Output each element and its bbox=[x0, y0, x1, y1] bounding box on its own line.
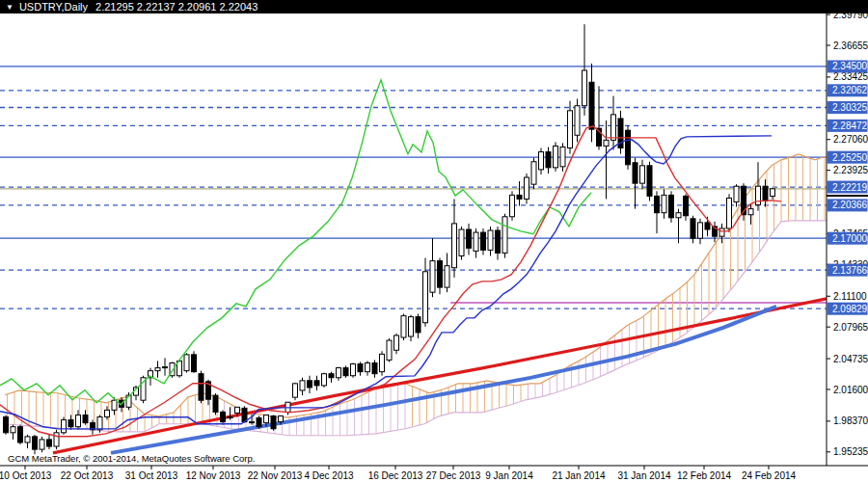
date-tick-label: 12 Nov 2013 bbox=[186, 470, 241, 481]
candle bbox=[452, 199, 457, 277]
candle bbox=[662, 189, 666, 219]
candle bbox=[372, 360, 377, 377]
candle bbox=[655, 191, 660, 233]
candle bbox=[430, 238, 435, 297]
candle bbox=[502, 214, 507, 258]
candle bbox=[192, 351, 197, 372]
date-tick-label: 24 Feb 2014 bbox=[742, 470, 797, 481]
candle bbox=[257, 415, 261, 428]
candle bbox=[517, 181, 522, 205]
candle bbox=[611, 96, 616, 150]
candle bbox=[314, 376, 319, 390]
plot-area: GCM MetaTrader, © 2001-2014, MetaQuotes … bbox=[0, 24, 827, 464]
date-tick-label: 22 Oct 2013 bbox=[61, 470, 114, 481]
candle bbox=[539, 147, 544, 174]
candle bbox=[618, 111, 623, 154]
candle bbox=[62, 417, 67, 435]
price-tick-label: 2.07965 bbox=[833, 322, 868, 333]
date-tick-label: 9 Jan 2014 bbox=[485, 470, 533, 481]
candle bbox=[633, 158, 637, 209]
price-level-label: 2.34500 bbox=[832, 61, 868, 71]
candle bbox=[97, 415, 102, 432]
candle bbox=[575, 99, 580, 143]
candle bbox=[727, 194, 732, 232]
date-tick-label: 12 Feb 2014 bbox=[677, 470, 732, 481]
candle bbox=[4, 415, 9, 434]
candle bbox=[25, 435, 30, 448]
candle bbox=[366, 361, 370, 375]
price-tick-label: 2.23925 bbox=[833, 165, 868, 175]
price-tick-label: 2.27060 bbox=[833, 134, 868, 145]
candle bbox=[467, 224, 472, 255]
candle bbox=[546, 147, 551, 173]
price-level-label: 2.30325 bbox=[832, 102, 868, 113]
candle bbox=[184, 353, 189, 372]
date-tick-label: 10 Oct 2013 bbox=[0, 470, 52, 481]
candle bbox=[199, 371, 203, 404]
candle bbox=[525, 174, 529, 204]
candle bbox=[698, 219, 703, 244]
date-tick-label: 22 Nov 2013 bbox=[248, 470, 303, 481]
candle bbox=[510, 191, 515, 221]
date-tick-label: 31 Oct 2013 bbox=[125, 470, 178, 481]
copyright-text: GCM MetaTrader, © 2001-2014, MetaQuotes … bbox=[8, 453, 255, 464]
candle bbox=[481, 228, 486, 254]
candle bbox=[54, 430, 59, 449]
candle bbox=[560, 143, 565, 172]
candle bbox=[47, 435, 52, 449]
candle bbox=[337, 367, 341, 381]
date-tick-label: 4 Dec 2013 bbox=[304, 470, 354, 481]
time-axis: 10 Oct 201322 Oct 201331 Oct 201312 Nov … bbox=[0, 466, 868, 481]
price-level-label: 2.17000 bbox=[832, 233, 868, 244]
candle bbox=[597, 86, 602, 149]
price-level-label: 2.28472 bbox=[832, 120, 868, 131]
candle bbox=[416, 314, 420, 338]
price-tick-label: 2.33425 bbox=[833, 71, 868, 82]
price-level-label: 2.22219 bbox=[832, 182, 868, 193]
candle bbox=[401, 314, 406, 340]
price-tick-label: 2.04735 bbox=[833, 354, 868, 364]
chart-canvas[interactable]: GCM MetaTrader, © 2001-2014, MetaQuotes … bbox=[0, 0, 868, 482]
candle bbox=[474, 228, 478, 258]
price-tick-label: 2.01600 bbox=[833, 385, 868, 395]
candle bbox=[40, 437, 44, 452]
last-price-marker bbox=[827, 195, 868, 197]
candles-series bbox=[4, 24, 775, 454]
candle bbox=[583, 24, 587, 116]
candle bbox=[445, 253, 449, 292]
mt4-chart-window: ▼USDTRY,Daily2.21295 2.22137 2.20961 2.2… bbox=[0, 0, 868, 482]
candle bbox=[380, 351, 385, 375]
candle bbox=[554, 142, 558, 172]
candle bbox=[626, 125, 631, 170]
date-tick-label: 31 Jan 2014 bbox=[617, 470, 670, 481]
price-tick-label: 2.36655 bbox=[833, 40, 868, 51]
candle bbox=[531, 158, 536, 190]
candle bbox=[589, 64, 594, 142]
price-tick-label: 2.39790 bbox=[833, 10, 868, 20]
price-level-label: 2.32062 bbox=[832, 85, 868, 95]
candle bbox=[394, 334, 399, 354]
candle bbox=[271, 415, 276, 430]
candle bbox=[742, 183, 746, 221]
candle bbox=[163, 358, 168, 375]
horizontal-level-lines bbox=[0, 67, 827, 308]
date-tick-label: 16 Dec 2013 bbox=[368, 470, 423, 481]
candle bbox=[756, 162, 761, 210]
candle bbox=[343, 366, 348, 378]
candle bbox=[358, 362, 363, 375]
candle bbox=[387, 338, 392, 362]
price-tick-label: 1.98370 bbox=[833, 415, 868, 426]
candle bbox=[684, 194, 689, 220]
candle bbox=[734, 184, 739, 206]
candle bbox=[293, 383, 298, 400]
candle bbox=[691, 216, 695, 244]
candle bbox=[713, 222, 718, 242]
date-tick-label: 21 Jan 2014 bbox=[552, 470, 605, 481]
candle bbox=[351, 363, 356, 378]
candle bbox=[459, 227, 464, 260]
candle bbox=[11, 425, 15, 440]
candle bbox=[568, 101, 573, 154]
candle bbox=[488, 227, 493, 256]
date-tick-label: 27 Dec 2013 bbox=[426, 470, 481, 481]
candle bbox=[423, 258, 428, 327]
